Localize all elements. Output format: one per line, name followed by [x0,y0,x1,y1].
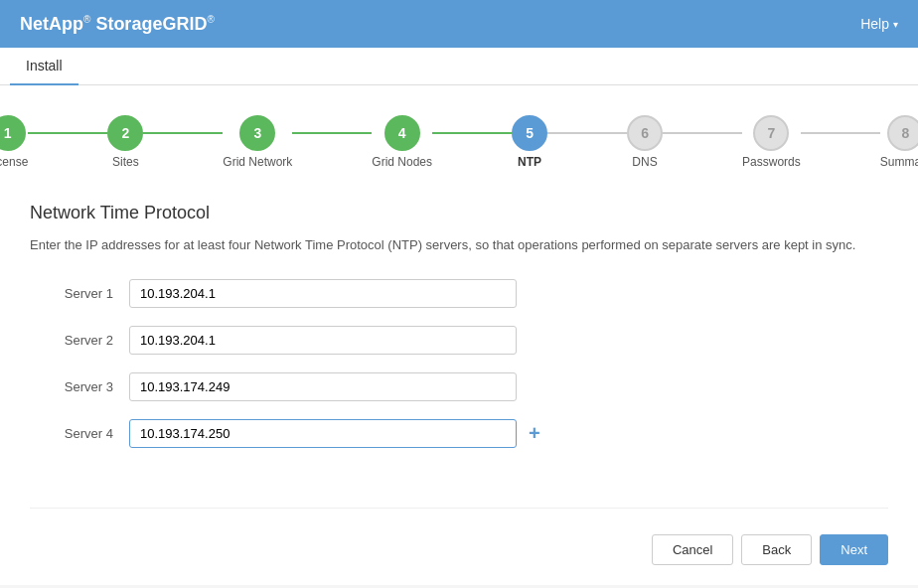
help-label: Help [860,16,889,32]
tab-bar: Install [0,48,918,85]
add-server-button[interactable]: + [529,423,540,443]
step-connector-6 [663,132,742,134]
step-circle-7: 7 [753,115,789,151]
step-label-1: License [0,155,28,169]
main-content: 1License2Sites3Grid Network4Grid Nodes5N… [0,85,918,585]
ntp-form: Server 1Server 2Server 3Server 4+ [30,279,888,448]
step-grid-network: 3Grid Network [223,115,292,169]
step-connector-4 [432,132,512,134]
server-label-1: Server 1 [30,286,129,301]
step-label-8: Summary [880,155,918,169]
help-button[interactable]: Help ▾ [860,16,898,32]
step-sites: 2Sites [107,115,143,169]
step-label-3: Grid Network [223,155,292,169]
server-input-4[interactable] [129,419,517,448]
step-connector-2 [143,132,223,134]
step-passwords: 7Passwords [742,115,801,169]
app-title: NetApp® StorageGRID® [20,14,215,35]
tab-install[interactable]: Install [10,48,78,85]
server-label-2: Server 2 [30,333,129,348]
step-circle-4: 4 [384,115,420,151]
step-circle-8: 8 [887,115,918,151]
stepper: 1License2Sites3Grid Network4Grid Nodes5N… [30,105,888,179]
step-circle-2: 2 [107,115,143,151]
form-row: Server 4+ [30,419,888,448]
chevron-down-icon: ▾ [893,19,898,30]
step-label-5: NTP [518,155,541,169]
form-row: Server 3 [30,372,888,401]
back-button[interactable]: Back [741,534,812,565]
divider [30,508,888,509]
form-row: Server 1 [30,279,888,308]
server-input-3[interactable] [129,372,517,401]
step-ntp: 5NTP [512,115,547,169]
step-connector-5 [547,132,627,134]
server-input-1[interactable] [129,279,517,308]
server-label-4: Server 4 [30,426,129,441]
step-label-6: DNS [632,155,657,169]
step-circle-6: 6 [627,115,663,151]
next-button[interactable]: Next [820,534,888,565]
form-row: Server 2 [30,326,888,355]
server-label-3: Server 3 [30,379,129,394]
step-label-7: Passwords [742,155,801,169]
step-grid-nodes: 4Grid Nodes [372,115,432,169]
cancel-button[interactable]: Cancel [652,534,733,565]
page-title: Network Time Protocol [30,203,888,223]
step-summary: 8Summary [880,115,918,169]
step-circle-3: 3 [239,115,275,151]
step-license: 1License [0,115,28,169]
step-circle-5: 5 [512,115,547,151]
app-header: NetApp® StorageGRID® Help ▾ [0,0,918,48]
step-label-4: Grid Nodes [372,155,432,169]
server-input-2[interactable] [129,326,517,355]
step-label-2: Sites [112,155,139,169]
content-area: Network Time Protocol Enter the IP addre… [30,203,888,492]
step-circle-1: 1 [0,115,26,151]
step-dns: 6DNS [627,115,663,169]
footer: Cancel Back Next [30,524,888,565]
step-connector-3 [292,132,372,134]
page-description: Enter the IP addresses for at least four… [30,235,888,255]
step-connector-1 [28,132,107,134]
step-connector-7 [801,132,880,134]
